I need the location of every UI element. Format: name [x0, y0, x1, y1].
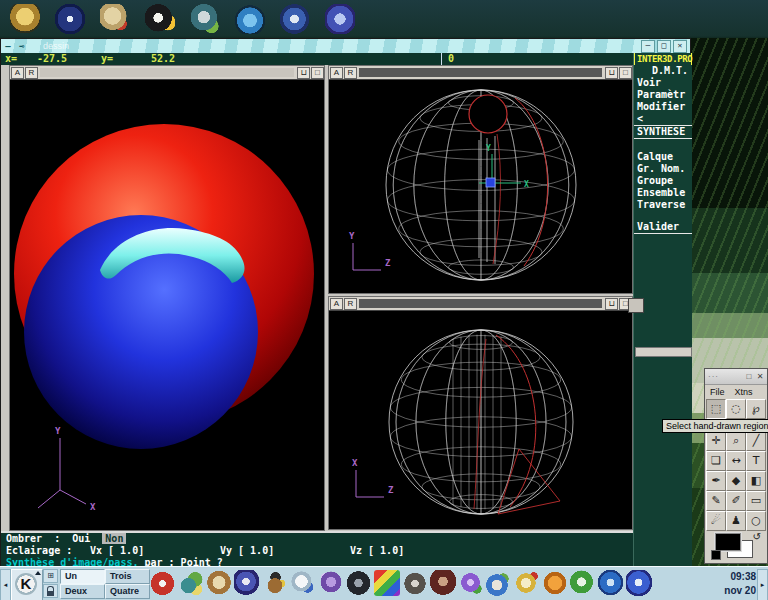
viewport-shaded[interactable]: A R ⊔ □	[9, 65, 325, 531]
panel-hide-right-button[interactable]: ▸	[757, 569, 768, 600]
file-cabinet-icon[interactable]	[206, 570, 232, 596]
red-book-icon[interactable]	[150, 570, 176, 596]
menu-item-voir[interactable]: Voir	[634, 77, 692, 89]
magnify-tool[interactable]: ⌕	[726, 431, 746, 451]
ombrer-oui-option[interactable]: Oui	[72, 533, 90, 544]
viewport-restore-button[interactable]: ⊔	[605, 67, 618, 79]
menu-item-traverse[interactable]: Traverse	[634, 199, 692, 211]
menu-scroll-button[interactable]	[635, 347, 692, 357]
xtns-menu[interactable]: Xtns	[730, 387, 758, 397]
viewport-restore-button[interactable]: ⊔	[605, 298, 618, 310]
ship-wheel-icon[interactable]	[234, 570, 260, 596]
eraser-tool[interactable]: ▭	[746, 491, 766, 511]
menu-item-dmt[interactable]: D.M.T.	[634, 65, 692, 77]
k-menu-button[interactable]: K	[11, 569, 43, 600]
vx-value[interactable]: Vx [ 1.0]	[90, 545, 220, 557]
paintbrush-tool[interactable]: ✐	[726, 491, 746, 511]
vz-value[interactable]: Vz [ 1.0]	[350, 545, 404, 556]
clone-tool[interactable]: ♟	[726, 511, 746, 531]
minimize-button[interactable]: –	[641, 40, 655, 53]
viewport-a-button[interactable]: A	[11, 67, 24, 79]
menu-item-modifier[interactable]: Modifier	[634, 101, 692, 113]
maximize-button[interactable]: □	[657, 40, 671, 53]
home-builder-icon[interactable]	[190, 4, 220, 34]
orange-pencil-icon[interactable]	[542, 570, 568, 596]
viewport-a-button[interactable]: A	[330, 298, 343, 310]
close-button[interactable]: ✕	[673, 40, 687, 53]
wireframe-top-canvas[interactable]: X Z	[329, 311, 632, 530]
molecule-icon[interactable]	[318, 570, 344, 596]
flip-tool[interactable]: ↔	[726, 451, 746, 471]
airbrush-tool[interactable]: ☄	[706, 511, 726, 531]
paint-app-icon[interactable]	[626, 570, 652, 596]
desktop-un[interactable]: Un	[60, 569, 105, 584]
desktop-quatre[interactable]: Quatre	[105, 584, 150, 599]
quill-pen-icon[interactable]	[514, 570, 540, 596]
text-tool[interactable]: T	[746, 451, 766, 471]
pin-icon[interactable]: ⊸	[15, 41, 29, 51]
viewport-a-button[interactable]: A	[330, 67, 343, 79]
penguin-icon[interactable]	[145, 4, 175, 34]
stamp-icon[interactable]	[325, 4, 355, 34]
palm-desktop-icon[interactable]	[178, 570, 204, 596]
desktop-trois[interactable]: Trois	[105, 569, 150, 584]
foreground-color-swatch[interactable]	[715, 533, 741, 551]
pencil-tool[interactable]: ✎	[706, 491, 726, 511]
viewport-r-button[interactable]: R	[25, 67, 38, 79]
shaded-canvas[interactable]: Y X	[10, 80, 324, 531]
toolbox-titlebar[interactable]: ··· □ ✕	[705, 369, 767, 385]
shade-icon[interactable]: ‒	[1, 41, 15, 51]
leaf-notes-icon[interactable]	[570, 570, 596, 596]
menu-item-gr-nom[interactable]: Gr. Nom.	[634, 163, 692, 175]
rect-select-tool[interactable]: ⬚	[706, 399, 726, 419]
sports-logo-icon[interactable]	[55, 4, 85, 34]
bucket-fill-tool[interactable]: ◆	[726, 471, 746, 491]
viewport-restore-button[interactable]: ⊔	[297, 67, 310, 79]
find-document-icon[interactable]	[290, 570, 316, 596]
free-select-tool[interactable]: ℘	[746, 399, 766, 419]
convolve-tool[interactable]: ○	[746, 511, 766, 531]
menu-item-parametr[interactable]: Paramètr	[634, 89, 692, 101]
viewport-r-button[interactable]: R	[344, 298, 357, 310]
ombrer-non-option[interactable]: Non	[102, 533, 126, 544]
viewport-wire-front[interactable]: A R ⊔ □ Y X	[328, 65, 633, 294]
menu-item-valider[interactable]: Valider	[634, 221, 692, 234]
desktop-deux[interactable]: Deux	[60, 584, 105, 599]
menu-item-calque[interactable]: Calque	[634, 151, 692, 163]
wireframe-front-canvas[interactable]: Y X Y Z	[329, 80, 632, 294]
file-menu[interactable]: File	[705, 387, 730, 397]
window-titlebar[interactable]: ‒ ⊸ dessin – □ ✕	[1, 39, 690, 54]
color-palette-icon[interactable]	[374, 570, 400, 596]
flower-graphics-icon[interactable]	[458, 570, 484, 596]
blend-tool[interactable]: ◧	[746, 471, 766, 491]
transform-tool[interactable]: ❏	[706, 451, 726, 471]
portrait-photo-icon[interactable]	[430, 570, 456, 596]
crop-tool[interactable]: ╱	[746, 431, 766, 451]
viewport-wire-top[interactable]: A R ⊔ □ X Z	[328, 296, 633, 530]
viewport-max-button[interactable]: □	[619, 67, 632, 79]
toolbox-close-button[interactable]: ✕	[755, 372, 765, 382]
toolbox-maximize-button[interactable]: □	[744, 372, 754, 382]
menu-item-back[interactable]: <	[634, 113, 692, 125]
gimp-icon[interactable]	[402, 570, 428, 596]
menu-item-groupe[interactable]: Groupe	[634, 175, 692, 187]
3d-logo-icon[interactable]	[346, 570, 372, 596]
viewport-r-button[interactable]: R	[344, 67, 357, 79]
vy-value[interactable]: Vy [ 1.0]	[220, 545, 350, 557]
home-globe-icon[interactable]	[486, 570, 512, 596]
menu-item-synthese[interactable]: SYNTHESE	[634, 125, 692, 139]
default-colors-icon[interactable]	[711, 550, 721, 560]
move-tool[interactable]: ✛	[706, 431, 726, 451]
lock-screen-button[interactable]	[43, 584, 58, 598]
panel-hide-left-button[interactable]: ◂	[0, 569, 11, 600]
viewport-max-button[interactable]: □	[311, 67, 324, 79]
toolbox-icon[interactable]	[262, 570, 288, 596]
package-icon[interactable]	[10, 4, 40, 34]
ant-icon[interactable]	[235, 4, 265, 34]
pen-icon[interactable]	[280, 4, 310, 34]
certificate-icon[interactable]	[100, 4, 130, 34]
menu-item-ensemble[interactable]: Ensemble	[634, 187, 692, 199]
swap-colors-icon[interactable]: ↺	[753, 531, 761, 542]
globe-cd-icon[interactable]	[598, 570, 624, 596]
window-list-button[interactable]: ⊞	[43, 569, 58, 583]
